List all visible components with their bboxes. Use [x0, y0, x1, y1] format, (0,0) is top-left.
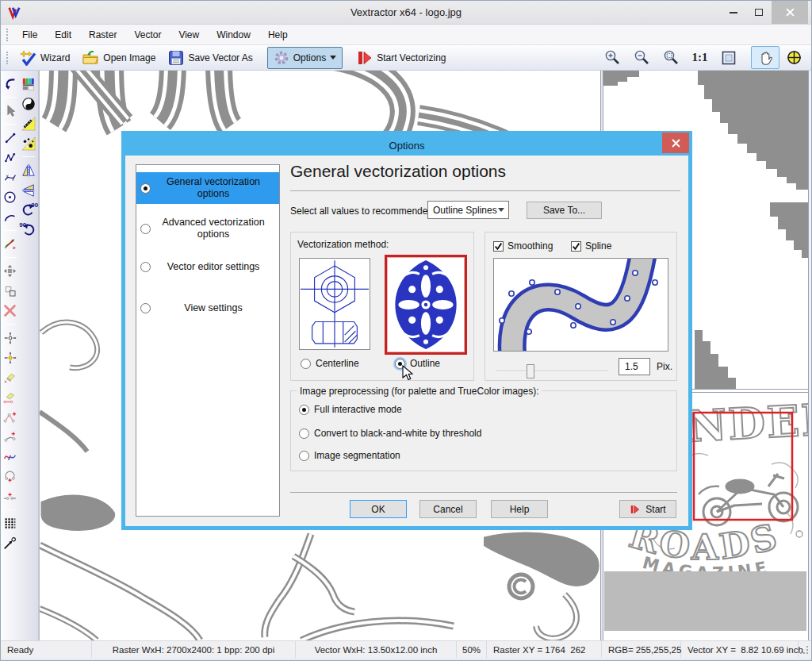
flip-vertical-tool[interactable] [20, 161, 37, 179]
smoothing-checkbox[interactable] [493, 241, 504, 252]
menu-edit[interactable]: Edit [46, 26, 80, 44]
despeckle-tool[interactable] [20, 134, 37, 152]
help-button[interactable]: Help [491, 500, 548, 518]
add-arc-node-icon [3, 430, 17, 444]
svg-text:e: e [13, 244, 16, 250]
select-tool[interactable] [2, 102, 19, 120]
split-curve-tool[interactable] [2, 448, 19, 466]
circle-icon [3, 190, 17, 204]
status-raster-size: Raster WxH: 2700x2400: 1 bpp: 200 dpi [92, 641, 296, 658]
outline-preview[interactable] [385, 255, 467, 355]
image-segmentation-radio-row[interactable]: Image segmentation [299, 450, 400, 461]
polyline-icon [4, 152, 17, 164]
convert-threshold-radio-row[interactable]: Convert to black-and-white by threshold [299, 428, 481, 439]
clean-raster-tool[interactable] [20, 114, 37, 133]
check-icon [572, 242, 580, 251]
menu-view[interactable]: View [170, 26, 208, 44]
save-vector-as-button[interactable]: Save Vector As [162, 47, 259, 69]
rotate-ccw-90-tool[interactable]: 90 [20, 221, 37, 239]
move-object-tool[interactable] [2, 262, 19, 280]
nav-advanced-vectorization[interactable]: Advanced vectorization options [136, 213, 279, 244]
image-preprocessing-label: Image preprocessing (for palette and Tru… [297, 386, 542, 397]
draw-polyline-tool[interactable] [2, 148, 19, 167]
options-dropdown-arrow-icon[interactable] [330, 56, 336, 60]
draw-arc-tool[interactable] [2, 208, 19, 226]
nav-vector-editor-settings[interactable]: Vector editor settings [136, 257, 279, 277]
add-arc-node-tool[interactable] [2, 428, 19, 446]
ok-button[interactable]: OK [350, 500, 407, 518]
invert-colors-tool[interactable] [20, 94, 37, 113]
draw-line-tool[interactable] [2, 129, 19, 147]
menu-raster[interactable]: Raster [80, 26, 125, 44]
nav-view-settings[interactable]: View settings [136, 298, 279, 318]
close-contour-tool[interactable] [2, 467, 19, 486]
maximize-button[interactable] [746, 1, 772, 24]
start-button[interactable]: Start [619, 500, 676, 518]
snap-node-tool[interactable] [2, 348, 19, 367]
tool-separator [22, 156, 35, 157]
options-button[interactable]: Options [267, 47, 343, 69]
image-segmentation-radio[interactable] [299, 451, 309, 461]
dialog-title-bar[interactable]: Options [125, 135, 688, 156]
trace-line-tool[interactable]: e [2, 235, 19, 253]
status-vector-size: Vector WxH: 13.50x12.00 inch [296, 641, 457, 658]
convert-threshold-radio[interactable] [299, 428, 309, 439]
save-to-button[interactable]: Save To... [527, 202, 602, 219]
rotate-cw-90-tool[interactable]: 90 [20, 201, 37, 219]
erase-segment-tool[interactable] [2, 388, 19, 406]
dot-matrix-tool[interactable] [2, 514, 19, 532]
pick-point-tool[interactable] [2, 534, 19, 552]
draw-circle-tool[interactable] [2, 188, 19, 206]
menu-help[interactable]: Help [259, 26, 297, 44]
center-target-button[interactable] [779, 46, 809, 69]
full-interactive-radio-row[interactable]: Full interactive mode [299, 404, 402, 415]
zoom-region-button[interactable] [657, 46, 686, 69]
undo-tool[interactable] [2, 75, 19, 93]
break-segment-tool[interactable] [2, 487, 19, 505]
full-interactive-radio[interactable] [299, 405, 309, 415]
spline-checkbox[interactable] [571, 241, 581, 252]
centerline-preview[interactable] [299, 258, 370, 350]
palette-tool[interactable] [20, 75, 37, 93]
snap-node-icon [4, 352, 17, 364]
radio-icon [140, 262, 151, 272]
cancel-button[interactable]: Cancel [419, 500, 477, 518]
save-vector-as-label: Save Vector As [188, 52, 252, 63]
flip-horizontal-tool[interactable] [20, 181, 37, 199]
thumbnail-gray-bar [604, 571, 806, 631]
zoom-1to1-button[interactable]: 1:1 [686, 48, 714, 67]
zoom-out-button[interactable] [627, 46, 657, 69]
smoothing-slider[interactable] [496, 364, 607, 379]
erase-object-tool[interactable] [2, 368, 19, 386]
move-node-tool[interactable] [2, 329, 19, 347]
delete-object-tool[interactable] [2, 302, 19, 320]
zoom-1to1-icon: 1:1 [692, 51, 708, 64]
copyright-mark [509, 575, 533, 598]
draw-curve-tool[interactable] [2, 168, 19, 186]
menu-file[interactable]: File [13, 26, 46, 44]
dialog-close-button[interactable] [662, 133, 689, 153]
copy-object-tool[interactable] [2, 282, 19, 300]
resize-grip[interactable] [800, 646, 808, 654]
centerline-radio-row[interactable]: Centerline [301, 358, 359, 369]
close-button[interactable] [772, 1, 808, 24]
pan-hand-button[interactable] [751, 46, 779, 69]
wizard-button[interactable]: Wizard [13, 47, 76, 69]
fit-to-window-button[interactable] [714, 47, 743, 69]
slider-thumb[interactable] [527, 364, 534, 379]
smoothing-unit-label: Pix. [657, 361, 672, 372]
recommend-select[interactable]: Outline Splines [427, 201, 509, 219]
smoothing-value-input[interactable]: 1.5 [619, 358, 650, 375]
menu-vector[interactable]: Vector [125, 26, 170, 44]
start-vectorizing-button[interactable]: Start Vectorizing [350, 47, 452, 69]
nav-general-vectorization[interactable]: General vectorization options [136, 172, 279, 204]
options-dialog: Options General vectorization options Ad… [121, 131, 692, 530]
smoothing-checkbox-row[interactable]: Smoothing [493, 240, 553, 252]
spline-checkbox-row[interactable]: Spline [571, 240, 611, 252]
open-image-button[interactable]: Open Image [76, 47, 162, 68]
centerline-radio[interactable] [301, 359, 311, 369]
add-polyline-node-tool[interactable] [2, 408, 19, 426]
menu-window[interactable]: Window [208, 26, 259, 44]
zoom-in-button[interactable] [598, 46, 627, 69]
minimize-button[interactable] [721, 1, 746, 24]
